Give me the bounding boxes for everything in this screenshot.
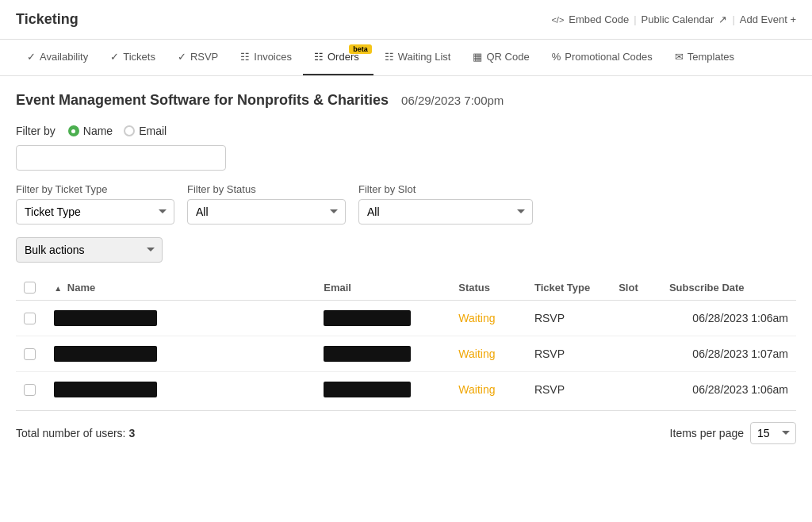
- filter-email-radio[interactable]: Email: [124, 125, 167, 137]
- public-calendar-link[interactable]: Public Calendar: [642, 13, 714, 25]
- ticket-type-2: RSVP: [527, 372, 611, 408]
- sort-asc-icon: ▲: [54, 284, 62, 293]
- col-header-slot: Slot: [611, 275, 661, 301]
- tab-waiting-list[interactable]: ☷ Waiting List: [373, 40, 462, 75]
- beta-badge: beta: [349, 44, 372, 54]
- table-row: Waiting RSVP 06/28/2023 1:07am: [16, 336, 796, 372]
- status-badge-0: Waiting: [458, 312, 495, 324]
- tab-promotional-codes[interactable]: % Promotional Codes: [541, 40, 664, 75]
- app-title: Ticketing: [16, 11, 79, 28]
- status-badge-2: Waiting: [458, 383, 495, 396]
- subscribe-date-0: 06/28/2023 1:06am: [661, 301, 796, 336]
- filter-name-label: Name: [83, 125, 113, 137]
- ticket-type-1: RSVP: [527, 336, 611, 372]
- items-per-page-label: Items per page: [670, 427, 744, 439]
- tab-tickets[interactable]: ✓ Tickets: [99, 40, 167, 75]
- email-redacted-0: [324, 310, 411, 326]
- row-checkbox-2[interactable]: [24, 384, 36, 396]
- status-select[interactable]: All: [187, 199, 346, 225]
- status-filter-label: Filter by Status: [187, 183, 346, 195]
- slot-filter-label: Filter by Slot: [358, 183, 533, 195]
- table-row: Waiting RSVP 06/28/2023 1:06am: [16, 372, 796, 408]
- items-per-page-select[interactable]: 15 25 50 100: [750, 422, 796, 444]
- email-redacted-2: [324, 382, 411, 397]
- waiting-list-table: ▲ Name Email Status Ticket Type Slot Sub…: [16, 275, 796, 407]
- email-redacted-1: [324, 346, 411, 362]
- filter-by-label: Filter by: [16, 125, 56, 137]
- filter-email-label: Email: [139, 125, 167, 137]
- bulk-actions-select[interactable]: Bulk actions: [16, 237, 163, 263]
- ticket-type-0: RSVP: [527, 301, 611, 336]
- add-event-link[interactable]: Add Event +: [740, 13, 796, 25]
- name-redacted-1: [54, 346, 157, 362]
- name-redacted-0: [54, 310, 157, 326]
- embed-code-link[interactable]: Embed Code: [569, 13, 629, 25]
- subscribe-date-1: 06/28/2023 1:07am: [661, 336, 796, 372]
- templates-icon: ✉: [675, 51, 684, 63]
- search-input[interactable]: [16, 145, 226, 171]
- filter-name-radio[interactable]: Name: [68, 125, 113, 137]
- row-checkbox-0[interactable]: [24, 313, 36, 324]
- ticket-type-select[interactable]: Ticket Type: [16, 199, 174, 225]
- orders-icon: ☷: [314, 51, 324, 63]
- tab-qr-code[interactable]: ▦ QR Code: [462, 40, 540, 75]
- rsvp-icon: ✓: [178, 51, 186, 63]
- tab-templates[interactable]: ✉ Templates: [664, 40, 745, 75]
- promo-icon: %: [552, 51, 561, 63]
- event-title: Event Management Software for Nonprofits…: [16, 92, 389, 109]
- name-redacted-2: [54, 382, 157, 397]
- slot-2: [611, 372, 661, 408]
- total-users: Total number of users: 3: [16, 427, 135, 439]
- plus-icon: +: [790, 13, 796, 25]
- status-badge-1: Waiting: [458, 347, 495, 360]
- event-date: 06/29/2023 7:00pm: [401, 94, 504, 107]
- waiting-list-icon: ☷: [385, 51, 394, 63]
- embed-code-icon: </>: [551, 15, 564, 25]
- col-header-ticket-type: Ticket Type: [527, 275, 611, 301]
- email-radio-dot: [124, 125, 135, 136]
- nav-tabs: ✓ Availability ✓ Tickets ✓ RSVP ☷ Invoic…: [0, 40, 812, 76]
- table-row: Waiting RSVP 06/28/2023 1:06am: [16, 301, 796, 336]
- tab-availability[interactable]: ✓ Availability: [16, 40, 99, 75]
- availability-icon: ✓: [27, 51, 36, 63]
- tickets-icon: ✓: [110, 51, 119, 63]
- invoices-icon: ☷: [240, 51, 250, 63]
- col-header-subscribe-date: Subscribe Date: [661, 275, 796, 301]
- row-checkbox-1[interactable]: [24, 348, 36, 360]
- slot-1: [611, 336, 661, 372]
- col-header-status: Status: [450, 275, 527, 301]
- external-link-icon: ↗: [718, 13, 727, 25]
- qr-code-icon: ▦: [473, 51, 482, 63]
- slot-select[interactable]: All: [358, 199, 533, 225]
- col-header-name[interactable]: ▲ Name: [46, 275, 316, 301]
- tab-invoices[interactable]: ☷ Invoices: [229, 40, 303, 75]
- name-radio-dot: [68, 125, 79, 136]
- ticket-type-filter-label: Filter by Ticket Type: [16, 183, 174, 195]
- tab-rsvp[interactable]: ✓ RSVP: [167, 40, 229, 75]
- subscribe-date-2: 06/28/2023 1:06am: [661, 372, 796, 408]
- slot-0: [611, 301, 661, 336]
- col-header-email: Email: [316, 275, 450, 301]
- tab-orders[interactable]: ☷ Orders beta: [303, 40, 373, 75]
- select-all-checkbox[interactable]: [24, 282, 36, 294]
